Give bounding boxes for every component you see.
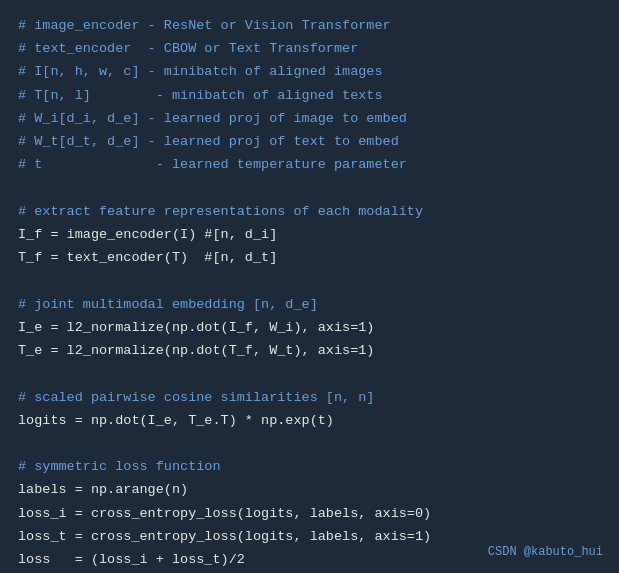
code-container: # image_encoder - ResNet or Vision Trans… xyxy=(0,0,619,573)
empty-line xyxy=(18,432,601,455)
comment-line: # t - learned temperature parameter xyxy=(18,153,601,176)
comment-line: # symmetric loss function xyxy=(18,455,601,478)
comment-line: # scaled pairwise cosine similarities [n… xyxy=(18,386,601,409)
comment-line: # W_i[d_i, d_e] - learned proj of image … xyxy=(18,107,601,130)
code-block: # image_encoder - ResNet or Vision Trans… xyxy=(18,14,601,571)
comment-line: # text_encoder - CBOW or Text Transforme… xyxy=(18,37,601,60)
comment-line: # T[n, l] - minibatch of aligned texts xyxy=(18,84,601,107)
comment-line: # I[n, h, w, c] - minibatch of aligned i… xyxy=(18,60,601,83)
empty-line xyxy=(18,177,601,200)
empty-line xyxy=(18,269,601,292)
comment-line: # image_encoder - ResNet or Vision Trans… xyxy=(18,14,601,37)
code-line: T_f = text_encoder(T) #[n, d_t] xyxy=(18,246,601,269)
empty-line xyxy=(18,362,601,385)
comment-line: # extract feature representations of eac… xyxy=(18,200,601,223)
code-line: I_e = l2_normalize(np.dot(I_f, W_i), axi… xyxy=(18,316,601,339)
code-line: I_f = image_encoder(I) #[n, d_i] xyxy=(18,223,601,246)
comment-line: # joint multimodal embedding [n, d_e] xyxy=(18,293,601,316)
code-line: labels = np.arange(n) xyxy=(18,478,601,501)
watermark: CSDN @kabuto_hui xyxy=(488,542,603,563)
code-line: logits = np.dot(I_e, T_e.T) * np.exp(t) xyxy=(18,409,601,432)
code-line: T_e = l2_normalize(np.dot(T_f, W_t), axi… xyxy=(18,339,601,362)
comment-line: # W_t[d_t, d_e] - learned proj of text t… xyxy=(18,130,601,153)
code-line: loss_i = cross_entropy_loss(logits, labe… xyxy=(18,502,601,525)
